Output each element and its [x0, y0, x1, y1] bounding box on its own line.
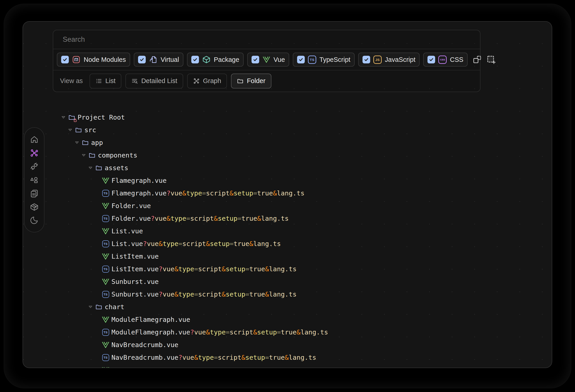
filter-chip-vue[interactable]: Vue	[247, 52, 289, 67]
query-part: setup	[218, 215, 237, 222]
query-part: type	[170, 215, 186, 222]
folder-icon	[88, 152, 96, 159]
checkbox[interactable]	[428, 56, 435, 63]
combine-squares-icon	[473, 55, 482, 64]
query-part: &	[273, 189, 277, 197]
view-as-detailed-list-button[interactable]: Detailed List	[125, 74, 183, 88]
query-part: =	[253, 189, 257, 197]
select-area-button[interactable]	[487, 53, 496, 66]
checkbox[interactable]	[252, 56, 259, 63]
checkbox[interactable]	[138, 56, 146, 63]
tree-row[interactable]: TSList.vue?vue&type=script&setup=true&la…	[23, 237, 552, 250]
tree-row[interactable]: app	[23, 136, 552, 149]
query-part: true	[241, 215, 257, 222]
tree-row[interactable]: TSNavBreadcrumb.vue?vue&type=script&setu…	[23, 351, 552, 364]
filter-chip-css[interactable]: cssCSS	[423, 52, 468, 67]
tree-row[interactable]: TSFolder.vue?vue&type=script&setup=true&…	[23, 212, 552, 225]
tree-row[interactable]: NavBreadcrumb.vue	[23, 339, 552, 351]
query-part: ?	[190, 328, 194, 336]
query-part: type	[186, 189, 202, 197]
folder-name: assets	[105, 164, 128, 172]
tree-row[interactable]: Folder.vue	[23, 199, 552, 212]
tree-row[interactable]: Sunburst.vue	[23, 275, 552, 288]
query-part: &	[194, 354, 198, 361]
folder-icon	[95, 164, 103, 172]
view-as-list-button[interactable]: List	[90, 74, 121, 88]
expand-arrow-icon[interactable]	[88, 165, 95, 170]
expand-arrow-icon[interactable]	[68, 127, 74, 132]
query-part: &	[253, 328, 257, 336]
filter-chip-typescript[interactable]: TSTypeScript	[293, 52, 355, 67]
query-part: vue	[147, 240, 159, 247]
tree-row[interactable]: Flamegraph.vue	[23, 174, 552, 187]
query-part: script	[206, 189, 230, 197]
query-string: ?vue&type=script&setup=true&lang.ts	[143, 240, 281, 247]
filter-label: Node Modules	[84, 56, 126, 63]
query-part: &	[230, 189, 234, 197]
query-part: vue	[163, 265, 174, 273]
file-name: NavBreadcrumb.vue	[111, 341, 178, 349]
tree-row[interactable]: assets	[23, 162, 552, 174]
tree-row[interactable]: TSFlamegraph.vue?vue&type=script&setup=t…	[23, 187, 552, 199]
tree-row[interactable]: src	[23, 124, 552, 136]
query-part: ?	[143, 240, 147, 247]
tree-row[interactable]: ModuleFlamegraph.vue	[23, 313, 552, 326]
tree-row[interactable]: Treemap.vue	[23, 364, 552, 368]
query-part: type	[198, 354, 214, 361]
filter-chip-virtual[interactable]: Virtual	[134, 52, 183, 67]
tree-row[interactable]: components	[23, 149, 552, 162]
tree-row[interactable]: List.vue	[23, 225, 552, 237]
query-part: ?	[178, 354, 182, 361]
file-name: Folder.vue	[111, 202, 151, 210]
checkbox[interactable]	[362, 56, 370, 63]
query-part: setup	[210, 240, 230, 247]
query-part: vue	[182, 354, 194, 361]
query-part: &	[159, 240, 163, 247]
vue-file-icon	[101, 176, 110, 185]
query-part: lang.ts	[277, 189, 304, 197]
file-name: List.vue	[111, 227, 143, 235]
ts-file-icon: TS	[101, 329, 110, 336]
filter-label: Vue	[274, 56, 285, 63]
expand-arrow-icon[interactable]	[81, 153, 88, 158]
tree-row[interactable]: TSModuleFlamegraph.vue?vue&type=script&s…	[23, 326, 552, 339]
query-part: =	[178, 240, 182, 247]
view-as-buttons: ListDetailed ListGraphFolder	[90, 74, 271, 88]
tree-row[interactable]: chart	[23, 301, 552, 313]
expand-arrow-icon[interactable]	[61, 115, 68, 120]
view-as-graph-button[interactable]: Graph	[187, 74, 227, 88]
query-part: lang.ts	[269, 291, 296, 298]
query-part: true	[249, 265, 265, 273]
checkbox[interactable]	[297, 56, 305, 63]
filter-chip-package[interactable]: Package	[187, 52, 244, 67]
query-part: &	[222, 265, 226, 273]
vue-icon	[262, 55, 270, 64]
query-part: setup	[245, 354, 265, 361]
filter-chip-node-modules[interactable]: Node Modules	[57, 52, 130, 67]
folder-icon	[81, 139, 89, 146]
search-input[interactable]	[62, 35, 471, 44]
checkbox[interactable]	[191, 56, 199, 63]
tree-row[interactable]: TSListItem.vue?vue&type=script&setup=tru…	[23, 263, 552, 275]
filter-chip-javascript[interactable]: JSJavaScript	[358, 52, 420, 67]
query-part: type	[163, 240, 178, 247]
query-part: =	[186, 215, 190, 222]
expand-arrow-icon[interactable]	[74, 140, 81, 145]
combine-squares-button[interactable]	[473, 53, 482, 66]
query-string: ?vue&type=script&setup=true&lang.ts	[167, 189, 304, 197]
folder-name: components	[98, 151, 137, 159]
query-part: &	[214, 215, 218, 222]
view-as-folder-button[interactable]: Folder	[231, 74, 271, 88]
checkbox[interactable]	[61, 56, 69, 63]
tree-row[interactable]: TSSunburst.vue?vue&type=script&setup=tru…	[23, 288, 552, 301]
tree-row[interactable]: ListItem.vue	[23, 250, 552, 263]
page: Node ModulesVirtualPackageVueTSTypeScrip…	[0, 0, 575, 392]
query-part: &	[174, 291, 178, 298]
query-part: true	[234, 240, 249, 247]
query-part: true	[281, 328, 297, 336]
query-part: script	[182, 240, 206, 247]
query-part: =	[194, 265, 198, 273]
tree-row[interactable]: Project Root	[23, 111, 552, 124]
select-area-icon	[487, 55, 496, 64]
expand-arrow-icon[interactable]	[88, 304, 95, 309]
